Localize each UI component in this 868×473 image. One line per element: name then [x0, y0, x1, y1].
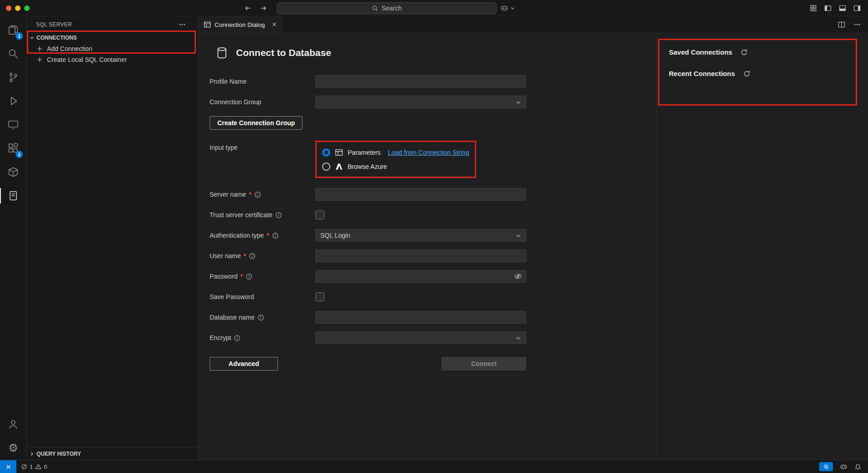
info-icon[interactable]: [254, 191, 261, 198]
required-asterisk: *: [240, 273, 242, 280]
activity-settings[interactable]: ⚙: [0, 436, 26, 460]
activity-containers[interactable]: [0, 160, 26, 184]
connection-group-label: Connection Group: [210, 98, 315, 106]
back-icon[interactable]: [244, 5, 252, 12]
problems-indicator[interactable]: 1 0: [16, 463, 51, 470]
search-placeholder: Search: [381, 5, 401, 12]
editor-body: Connect to Database Profile Name: [198, 33, 868, 460]
encrypt-select[interactable]: [315, 331, 526, 344]
zoom-indicator[interactable]: [819, 462, 833, 471]
chevron-down-icon: [515, 99, 521, 105]
profile-name-row: Profile Name: [210, 75, 526, 88]
toggle-panel-icon[interactable]: [839, 5, 846, 12]
password-label: Password *: [210, 273, 315, 280]
connections-section-label: CONNECTIONS: [36, 35, 77, 41]
remote-indicator[interactable]: [0, 460, 16, 473]
close-window-button[interactable]: [6, 5, 11, 11]
server-name-row: Server name *: [210, 188, 526, 201]
activity-explorer[interactable]: 1: [0, 18, 26, 42]
info-icon[interactable]: [249, 253, 256, 259]
copilot-icon[interactable]: [840, 463, 847, 471]
create-connection-group-button[interactable]: Create Connection Group: [210, 116, 303, 130]
tab-label: Connection Dialog: [215, 21, 265, 28]
refresh-icon[interactable]: [743, 70, 750, 77]
activity-accounts[interactable]: [0, 412, 26, 436]
sql-server-icon: [7, 190, 19, 202]
parameters-radio[interactable]: [322, 148, 330, 157]
eye-off-icon[interactable]: [514, 272, 522, 280]
profile-name-input[interactable]: [315, 75, 526, 88]
extensions-badge: 1: [15, 151, 23, 158]
connect-button[interactable]: Connect: [442, 357, 526, 371]
account-icon: [7, 418, 19, 430]
info-icon[interactable]: [257, 314, 264, 321]
tab-connection-dialog[interactable]: Connection Dialog ×: [198, 16, 282, 33]
add-connection-item[interactable]: Add Connection: [27, 43, 198, 54]
info-icon[interactable]: [275, 212, 282, 219]
refresh-icon[interactable]: [740, 49, 748, 56]
activity-run-debug[interactable]: [0, 89, 26, 113]
info-icon[interactable]: [234, 335, 241, 341]
input-type-label: Input type: [210, 144, 315, 151]
selected-value: SQL Login: [320, 232, 350, 239]
field-label-text: Server name: [210, 191, 246, 198]
copilot-menu[interactable]: [500, 4, 515, 12]
split-editor-icon[interactable]: [838, 21, 845, 28]
field-label-text: Trust server certificate: [210, 211, 272, 219]
status-bar: 1 0: [0, 460, 868, 473]
run-debug-icon: [7, 95, 19, 107]
bell-icon[interactable]: [854, 463, 862, 470]
titlebar: Search: [0, 0, 868, 16]
user-name-input[interactable]: [315, 249, 526, 262]
server-name-input[interactable]: [315, 188, 526, 201]
required-asterisk: *: [267, 232, 269, 239]
user-name-row: User name *: [210, 249, 526, 262]
activity-source-control[interactable]: [0, 66, 26, 89]
field-label-text: Database name: [210, 314, 255, 321]
more-actions-icon[interactable]: [853, 21, 861, 28]
saved-connections-heading: Saved Connections: [669, 48, 732, 56]
search-icon: [7, 48, 19, 60]
query-history-section-header[interactable]: QUERY HISTORY: [27, 447, 198, 460]
connection-group-select[interactable]: [315, 96, 526, 108]
user-name-label: User name *: [210, 252, 315, 259]
tab-bar: Connection Dialog ×: [198, 16, 868, 33]
heading-row: Connect to Database: [215, 46, 656, 60]
authentication-type-select[interactable]: SQL Login: [315, 229, 526, 242]
minimize-window-button[interactable]: [15, 5, 21, 11]
activity-search[interactable]: [0, 42, 26, 66]
save-password-row: Save Password: [210, 290, 526, 303]
sidebar: SQL SERVER CONNECTIONS Add Connection: [27, 16, 198, 460]
vscode-window: Search: [0, 0, 868, 473]
chevron-right-icon: [29, 451, 35, 457]
browse-azure-radio[interactable]: [322, 163, 330, 171]
close-tab-icon[interactable]: ×: [272, 21, 276, 28]
layout-controls: [810, 5, 868, 12]
info-icon[interactable]: [272, 232, 279, 239]
toggle-sidebar-icon[interactable]: [824, 5, 832, 12]
maximize-window-button[interactable]: [24, 5, 30, 11]
field-label-text: User name: [210, 252, 241, 259]
warning-count: 0: [44, 463, 47, 470]
explorer-badge: 1: [15, 32, 23, 40]
more-actions-icon[interactable]: [179, 21, 186, 28]
status-bar-right: [819, 462, 868, 471]
forward-icon[interactable]: [260, 5, 267, 12]
customize-layout-icon[interactable]: [810, 5, 817, 12]
create-local-sql-container-item[interactable]: Create Local SQL Container: [27, 54, 198, 65]
info-icon[interactable]: [246, 273, 252, 280]
chevron-down-icon: [29, 35, 35, 41]
password-input[interactable]: [315, 270, 526, 283]
monitor-icon: [7, 119, 19, 131]
advanced-button[interactable]: Advanced: [210, 357, 278, 371]
connections-section-header[interactable]: CONNECTIONS: [27, 32, 198, 43]
activity-extensions[interactable]: 1: [0, 137, 26, 160]
command-center-search[interactable]: Search: [277, 2, 497, 14]
trust-server-certificate-checkbox[interactable]: [315, 210, 324, 219]
load-connection-string-link[interactable]: Load from Connection String: [388, 149, 469, 156]
activity-remote-explorer[interactable]: [0, 113, 26, 137]
save-password-checkbox[interactable]: [315, 292, 324, 301]
database-name-input[interactable]: [315, 311, 526, 324]
activity-sql-server[interactable]: [0, 184, 26, 208]
toggle-secondary-sidebar-icon[interactable]: [853, 5, 861, 12]
